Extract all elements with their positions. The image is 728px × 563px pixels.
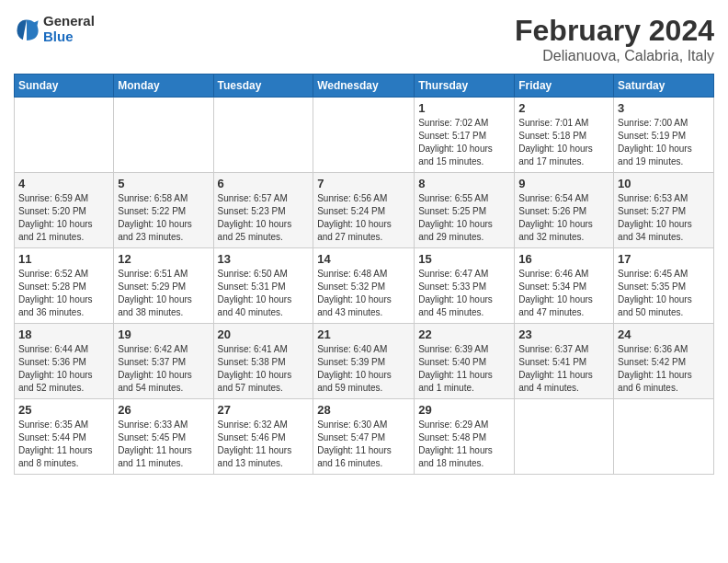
day-number: 21: [317, 327, 410, 341]
day-info: Sunrise: 6:30 AM Sunset: 5:47 PM Dayligh…: [317, 419, 410, 470]
day-cell: 25Sunrise: 6:35 AM Sunset: 5:44 PM Dayli…: [15, 399, 114, 475]
header-cell-thursday: Thursday: [415, 75, 515, 98]
day-cell: 27Sunrise: 6:32 AM Sunset: 5:46 PM Dayli…: [213, 399, 313, 475]
day-number: 27: [218, 403, 310, 417]
day-cell: 11Sunrise: 6:52 AM Sunset: 5:28 PM Dayli…: [15, 248, 114, 324]
day-info: Sunrise: 7:01 AM Sunset: 5:18 PM Dayligh…: [518, 117, 609, 168]
day-cell: 10Sunrise: 6:53 AM Sunset: 5:27 PM Dayli…: [614, 173, 714, 248]
day-info: Sunrise: 6:56 AM Sunset: 5:24 PM Dayligh…: [317, 192, 410, 244]
week-row-4: 18Sunrise: 6:44 AM Sunset: 5:36 PM Dayli…: [15, 324, 714, 399]
day-cell: 2Sunrise: 7:01 AM Sunset: 5:18 PM Daylig…: [515, 98, 614, 173]
day-cell: [15, 98, 114, 173]
day-cell: 15Sunrise: 6:47 AM Sunset: 5:33 PM Dayli…: [415, 248, 515, 324]
day-info: Sunrise: 6:53 AM Sunset: 5:27 PM Dayligh…: [618, 192, 710, 244]
logo-text: General Blue: [43, 14, 95, 44]
day-number: 6: [218, 177, 310, 190]
week-row-5: 25Sunrise: 6:35 AM Sunset: 5:44 PM Dayli…: [15, 399, 714, 475]
logo: General Blue: [14, 14, 95, 44]
day-cell: 14Sunrise: 6:48 AM Sunset: 5:32 PM Dayli…: [313, 248, 415, 324]
day-cell: [313, 98, 415, 173]
day-info: Sunrise: 6:45 AM Sunset: 5:35 PM Dayligh…: [618, 268, 710, 319]
day-info: Sunrise: 6:33 AM Sunset: 5:45 PM Dayligh…: [118, 419, 209, 470]
day-info: Sunrise: 6:46 AM Sunset: 5:34 PM Dayligh…: [518, 268, 609, 319]
day-info: Sunrise: 7:02 AM Sunset: 5:17 PM Dayligh…: [418, 117, 510, 168]
day-cell: 13Sunrise: 6:50 AM Sunset: 5:31 PM Dayli…: [213, 248, 313, 324]
header-cell-monday: Monday: [114, 75, 213, 98]
day-cell: 5Sunrise: 6:58 AM Sunset: 5:22 PM Daylig…: [114, 173, 213, 248]
day-cell: 29Sunrise: 6:29 AM Sunset: 5:48 PM Dayli…: [415, 399, 515, 475]
day-info: Sunrise: 6:50 AM Sunset: 5:31 PM Dayligh…: [218, 268, 310, 319]
week-row-3: 11Sunrise: 6:52 AM Sunset: 5:28 PM Dayli…: [15, 248, 714, 324]
day-number: 1: [418, 101, 510, 115]
day-info: Sunrise: 6:57 AM Sunset: 5:23 PM Dayligh…: [218, 192, 310, 244]
day-number: 8: [418, 177, 510, 190]
header-cell-wednesday: Wednesday: [313, 75, 415, 98]
page-header: General Blue February 2024 Delianuova, C…: [14, 14, 714, 64]
day-info: Sunrise: 6:40 AM Sunset: 5:39 PM Dayligh…: [317, 343, 410, 395]
day-cell: [614, 399, 714, 475]
day-cell: [114, 98, 213, 173]
day-info: Sunrise: 6:58 AM Sunset: 5:22 PM Dayligh…: [118, 192, 209, 244]
day-number: 22: [418, 327, 510, 341]
day-cell: 12Sunrise: 6:51 AM Sunset: 5:29 PM Dayli…: [114, 248, 213, 324]
day-cell: 24Sunrise: 6:36 AM Sunset: 5:42 PM Dayli…: [614, 324, 714, 399]
day-cell: 23Sunrise: 6:37 AM Sunset: 5:41 PM Dayli…: [515, 324, 614, 399]
day-number: 29: [418, 403, 510, 417]
logo-icon: [14, 17, 40, 42]
day-number: 11: [18, 252, 109, 266]
calendar-table: SundayMondayTuesdayWednesdayThursdayFrid…: [14, 74, 714, 475]
day-number: 24: [618, 327, 710, 341]
day-number: 3: [618, 101, 710, 115]
day-cell: 22Sunrise: 6:39 AM Sunset: 5:40 PM Dayli…: [415, 324, 515, 399]
day-cell: 28Sunrise: 6:30 AM Sunset: 5:47 PM Dayli…: [313, 399, 415, 475]
day-number: 12: [118, 252, 209, 266]
day-info: Sunrise: 6:37 AM Sunset: 5:41 PM Dayligh…: [518, 343, 609, 395]
day-info: Sunrise: 6:44 AM Sunset: 5:36 PM Dayligh…: [18, 343, 109, 395]
day-cell: [213, 98, 313, 173]
title-section: February 2024 Delianuova, Calabria, Ital…: [515, 14, 714, 64]
calendar-body: 1Sunrise: 7:02 AM Sunset: 5:17 PM Daylig…: [15, 98, 714, 475]
day-cell: 1Sunrise: 7:02 AM Sunset: 5:17 PM Daylig…: [415, 98, 515, 173]
day-number: 26: [118, 403, 209, 417]
day-number: 14: [317, 252, 410, 266]
week-row-2: 4Sunrise: 6:59 AM Sunset: 5:20 PM Daylig…: [15, 173, 714, 248]
day-number: 16: [518, 252, 609, 266]
day-number: 13: [218, 252, 310, 266]
logo-blue: Blue: [43, 29, 95, 45]
day-number: 25: [18, 403, 109, 417]
calendar-header: SundayMondayTuesdayWednesdayThursdayFrid…: [15, 75, 714, 98]
day-number: 5: [118, 177, 209, 190]
day-cell: 3Sunrise: 7:00 AM Sunset: 5:19 PM Daylig…: [614, 98, 714, 173]
header-row: SundayMondayTuesdayWednesdayThursdayFrid…: [15, 75, 714, 98]
day-cell: 9Sunrise: 6:54 AM Sunset: 5:26 PM Daylig…: [515, 173, 614, 248]
day-cell: 19Sunrise: 6:42 AM Sunset: 5:37 PM Dayli…: [114, 324, 213, 399]
day-info: Sunrise: 6:59 AM Sunset: 5:20 PM Dayligh…: [18, 192, 109, 244]
day-info: Sunrise: 6:55 AM Sunset: 5:25 PM Dayligh…: [418, 192, 510, 244]
day-number: 9: [518, 177, 609, 190]
day-number: 10: [618, 177, 710, 190]
day-info: Sunrise: 6:32 AM Sunset: 5:46 PM Dayligh…: [218, 419, 310, 470]
main-title: February 2024: [515, 14, 714, 48]
logo-general: General: [43, 14, 95, 29]
day-number: 15: [418, 252, 510, 266]
day-cell: 6Sunrise: 6:57 AM Sunset: 5:23 PM Daylig…: [213, 173, 313, 248]
day-info: Sunrise: 6:48 AM Sunset: 5:32 PM Dayligh…: [317, 268, 410, 319]
day-info: Sunrise: 7:00 AM Sunset: 5:19 PM Dayligh…: [618, 117, 710, 168]
day-cell: 17Sunrise: 6:45 AM Sunset: 5:35 PM Dayli…: [614, 248, 714, 324]
day-number: 17: [618, 252, 710, 266]
day-number: 20: [218, 327, 310, 341]
day-cell: 7Sunrise: 6:56 AM Sunset: 5:24 PM Daylig…: [313, 173, 415, 248]
day-cell: 18Sunrise: 6:44 AM Sunset: 5:36 PM Dayli…: [15, 324, 114, 399]
day-number: 23: [518, 327, 609, 341]
day-cell: 20Sunrise: 6:41 AM Sunset: 5:38 PM Dayli…: [213, 324, 313, 399]
day-number: 4: [18, 177, 109, 190]
day-cell: 21Sunrise: 6:40 AM Sunset: 5:39 PM Dayli…: [313, 324, 415, 399]
day-number: 7: [317, 177, 410, 190]
header-cell-sunday: Sunday: [15, 75, 114, 98]
day-cell: 26Sunrise: 6:33 AM Sunset: 5:45 PM Dayli…: [114, 399, 213, 475]
day-number: 28: [317, 403, 410, 417]
week-row-1: 1Sunrise: 7:02 AM Sunset: 5:17 PM Daylig…: [15, 98, 714, 173]
day-info: Sunrise: 6:29 AM Sunset: 5:48 PM Dayligh…: [418, 419, 510, 470]
day-info: Sunrise: 6:36 AM Sunset: 5:42 PM Dayligh…: [618, 343, 710, 395]
day-info: Sunrise: 6:41 AM Sunset: 5:38 PM Dayligh…: [218, 343, 310, 395]
